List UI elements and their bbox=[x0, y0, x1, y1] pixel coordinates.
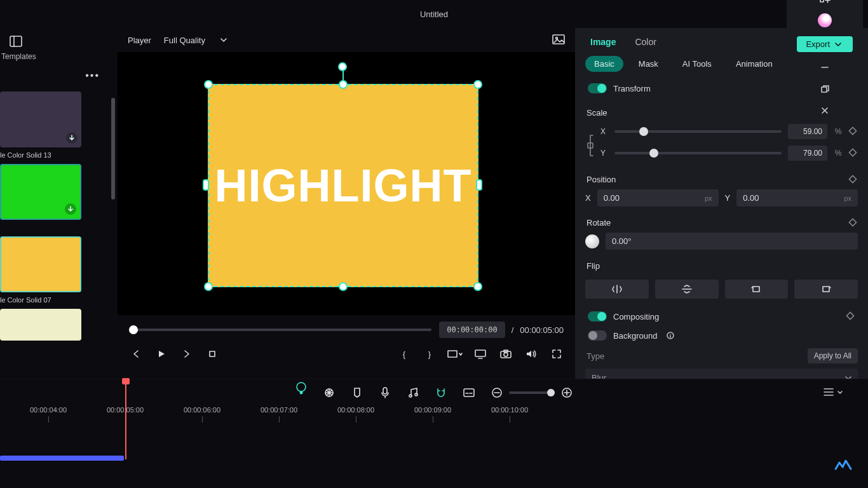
download-icon[interactable] bbox=[66, 132, 78, 144]
brand-icon bbox=[835, 459, 851, 471]
scrub-track[interactable] bbox=[129, 329, 431, 331]
track-layout-icon[interactable] bbox=[824, 388, 834, 398]
keyframe-icon[interactable] bbox=[849, 127, 858, 136]
caption-icon[interactable] bbox=[462, 386, 476, 400]
zoom-in-button[interactable] bbox=[560, 386, 574, 400]
rotate-value-field[interactable]: 0.00° bbox=[606, 233, 858, 250]
link-aspect-icon[interactable] bbox=[585, 133, 595, 158]
camera-icon[interactable] bbox=[499, 347, 513, 361]
keyframe-icon[interactable] bbox=[849, 175, 858, 184]
rotate-ccw-button[interactable] bbox=[725, 280, 789, 299]
next-frame-button[interactable] bbox=[180, 347, 194, 361]
timeline-tool-color[interactable] bbox=[322, 386, 336, 400]
fullscreen-icon[interactable] bbox=[550, 347, 564, 361]
subtab-animation[interactable]: Animation bbox=[727, 56, 782, 72]
svg-point-41 bbox=[409, 395, 412, 397]
music-icon[interactable] bbox=[406, 386, 420, 400]
position-label: Position bbox=[587, 175, 616, 184]
flip-horizontal-button[interactable] bbox=[585, 280, 649, 299]
zoom-slider[interactable] bbox=[509, 391, 555, 394]
mark-out-button[interactable]: } bbox=[423, 347, 437, 361]
rotate-dial[interactable] bbox=[585, 234, 599, 248]
keyframe-icon[interactable] bbox=[846, 312, 855, 321]
resize-handle-tm[interactable] bbox=[340, 81, 346, 88]
quality-dropdown[interactable]: Full Quality bbox=[164, 36, 227, 45]
ruler-tick: 00:00:10:00 bbox=[491, 406, 528, 414]
more-menu-button[interactable]: ••• bbox=[0, 61, 118, 86]
marker-icon[interactable] bbox=[350, 386, 364, 400]
asset-thumbnail-selected[interactable] bbox=[0, 236, 81, 292]
ruler-tick: 00:00:06:00 bbox=[184, 406, 220, 414]
svg-point-37 bbox=[297, 383, 306, 391]
svg-rect-33 bbox=[846, 312, 853, 319]
tab-color[interactable]: Color bbox=[635, 37, 656, 47]
download-icon[interactable] bbox=[65, 203, 76, 215]
selected-clip[interactable]: HIGHLIGHT bbox=[208, 84, 478, 287]
apps-icon[interactable] bbox=[820, 0, 830, 4]
resize-handle-tl[interactable] bbox=[205, 81, 212, 88]
flip-vertical-button[interactable] bbox=[655, 280, 719, 299]
scale-y-value[interactable]: 79.00 bbox=[788, 146, 827, 161]
display-icon[interactable] bbox=[473, 347, 487, 361]
info-icon[interactable] bbox=[663, 329, 677, 342]
svg-rect-19 bbox=[448, 351, 457, 357]
close-button[interactable] bbox=[818, 104, 831, 117]
transform-toggle[interactable] bbox=[588, 83, 607, 93]
resize-handle-mr[interactable] bbox=[477, 180, 481, 189]
timeline-tool-smart[interactable] bbox=[294, 386, 308, 400]
resize-handle-br[interactable] bbox=[475, 283, 481, 290]
asset-thumbnail[interactable] bbox=[0, 309, 81, 341]
mic-icon[interactable] bbox=[378, 386, 392, 400]
zoom-out-button[interactable] bbox=[490, 386, 504, 400]
scale-y-slider[interactable] bbox=[614, 152, 782, 154]
crop-dropdown[interactable] bbox=[448, 347, 462, 361]
zoom-knob[interactable] bbox=[547, 389, 555, 396]
svg-rect-31 bbox=[753, 287, 759, 292]
compositing-toggle[interactable] bbox=[588, 311, 607, 322]
preview-stage[interactable]: HIGHLIGHT bbox=[118, 52, 575, 315]
scale-x-slider[interactable] bbox=[614, 130, 782, 133]
scale-x-value[interactable]: 59.00 bbox=[788, 124, 827, 139]
position-x-field[interactable]: 0.00px bbox=[597, 189, 719, 207]
snapshot-icon[interactable] bbox=[552, 34, 565, 46]
bg-type-dropdown[interactable]: Blur bbox=[585, 369, 858, 379]
rotate-handle[interactable] bbox=[339, 64, 346, 70]
resize-handle-bl[interactable] bbox=[205, 283, 212, 290]
apply-to-all-button[interactable]: Apply to All bbox=[808, 348, 858, 363]
subtab-ai-tools[interactable]: AI Tools bbox=[674, 56, 721, 72]
tab-image[interactable]: Image bbox=[590, 37, 616, 47]
maximize-button[interactable] bbox=[818, 83, 831, 95]
asset-thumbnail[interactable] bbox=[0, 92, 81, 147]
asset-thumbnail[interactable] bbox=[0, 164, 81, 220]
position-y-field[interactable]: 0.00px bbox=[736, 189, 858, 207]
play-button[interactable] bbox=[154, 347, 168, 361]
timeline-ruler[interactable]: 00:00:04:00 00:00:05:00 00:00:06:00 00:0… bbox=[0, 406, 868, 429]
scale-y-unit: % bbox=[834, 149, 843, 158]
export-button[interactable]: Export bbox=[797, 36, 853, 52]
resize-handle-ml[interactable] bbox=[204, 180, 208, 189]
layout-icon[interactable] bbox=[8, 34, 24, 48]
volume-icon[interactable] bbox=[524, 347, 538, 361]
titlebar: Untitled Export bbox=[0, 0, 868, 28]
scrub-knob[interactable] bbox=[129, 325, 138, 334]
avatar[interactable] bbox=[818, 13, 832, 27]
prev-frame-button[interactable] bbox=[129, 347, 143, 361]
scrollbar-thumb[interactable] bbox=[111, 98, 115, 200]
subtab-basic[interactable]: Basic bbox=[585, 56, 623, 72]
svg-point-17 bbox=[556, 37, 558, 39]
resize-handle-bm[interactable] bbox=[340, 283, 346, 290]
resize-handle-tr[interactable] bbox=[475, 81, 481, 88]
magnet-icon[interactable] bbox=[434, 386, 448, 400]
rotate-cw-button[interactable] bbox=[794, 280, 858, 299]
keyframe-icon[interactable] bbox=[849, 219, 858, 227]
subtab-mask[interactable]: Mask bbox=[630, 56, 667, 72]
playhead[interactable] bbox=[125, 382, 126, 459]
mark-in-button[interactable]: { bbox=[397, 347, 411, 361]
timeline-clip[interactable] bbox=[0, 456, 124, 461]
templates-tab[interactable]: Templates bbox=[0, 52, 118, 61]
svg-point-42 bbox=[415, 393, 417, 396]
background-toggle[interactable] bbox=[588, 330, 607, 341]
keyframe-icon[interactable] bbox=[849, 149, 858, 158]
stop-button[interactable] bbox=[205, 347, 219, 361]
minimize-button[interactable] bbox=[818, 61, 831, 74]
